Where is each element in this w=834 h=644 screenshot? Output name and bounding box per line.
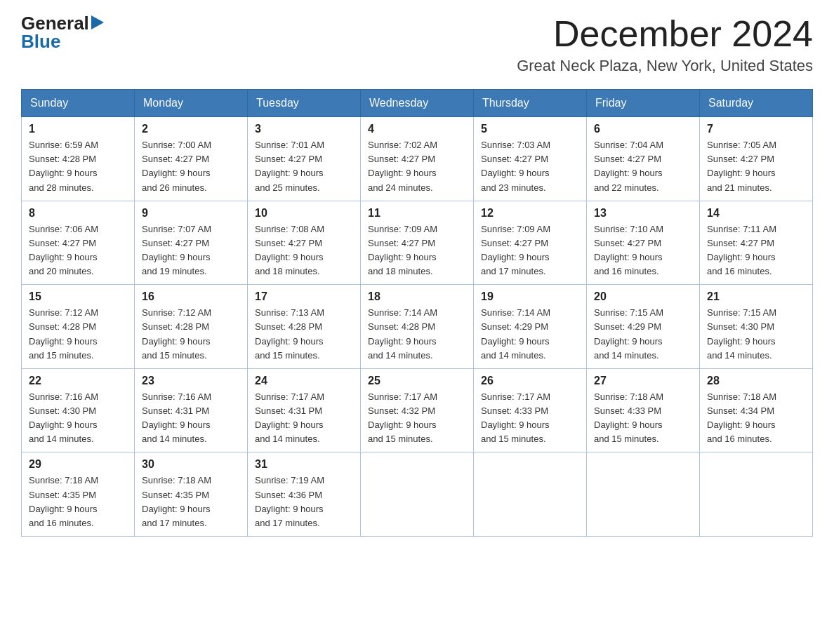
day-cell: 6Sunrise: 7:04 AMSunset: 4:27 PMDaylight… bbox=[587, 117, 700, 201]
day-cell: 19Sunrise: 7:14 AMSunset: 4:29 PMDayligh… bbox=[474, 285, 587, 369]
day-info: Sunrise: 7:17 AMSunset: 4:32 PMDaylight:… bbox=[368, 390, 466, 447]
day-number: 13 bbox=[594, 207, 692, 220]
day-info: Sunrise: 7:13 AMSunset: 4:28 PMDaylight:… bbox=[255, 306, 353, 363]
day-cell: 27Sunrise: 7:18 AMSunset: 4:33 PMDayligh… bbox=[587, 368, 700, 452]
logo: General Blue bbox=[21, 14, 104, 51]
day-cell: 9Sunrise: 7:07 AMSunset: 4:27 PMDaylight… bbox=[135, 201, 248, 285]
logo-blue-text: Blue bbox=[21, 32, 60, 51]
day-cell: 20Sunrise: 7:15 AMSunset: 4:29 PMDayligh… bbox=[587, 285, 700, 369]
day-cell: 1Sunrise: 6:59 AMSunset: 4:28 PMDaylight… bbox=[22, 117, 135, 201]
day-number: 30 bbox=[142, 458, 240, 471]
day-number: 26 bbox=[481, 375, 579, 387]
day-info: Sunrise: 7:18 AMSunset: 4:35 PMDaylight:… bbox=[29, 474, 127, 530]
day-cell: 25Sunrise: 7:17 AMSunset: 4:32 PMDayligh… bbox=[361, 368, 474, 452]
col-header-tuesday: Tuesday bbox=[248, 90, 361, 117]
logo-general-text: General bbox=[21, 14, 89, 32]
day-number: 12 bbox=[481, 207, 579, 220]
day-info: Sunrise: 7:06 AMSunset: 4:27 PMDaylight:… bbox=[29, 222, 127, 279]
day-info: Sunrise: 7:12 AMSunset: 4:28 PMDaylight:… bbox=[29, 306, 127, 363]
day-cell: 12Sunrise: 7:09 AMSunset: 4:27 PMDayligh… bbox=[474, 201, 587, 285]
calendar-table: SundayMondayTuesdayWednesdayThursdayFrid… bbox=[21, 89, 813, 537]
day-number: 7 bbox=[707, 123, 805, 135]
day-cell: 29Sunrise: 7:18 AMSunset: 4:35 PMDayligh… bbox=[22, 452, 135, 537]
day-info: Sunrise: 7:09 AMSunset: 4:27 PMDaylight:… bbox=[368, 222, 466, 279]
col-header-monday: Monday bbox=[135, 90, 248, 117]
day-cell: 18Sunrise: 7:14 AMSunset: 4:28 PMDayligh… bbox=[361, 285, 474, 369]
title-area: December 2024 Great Neck Plaza, New York… bbox=[517, 14, 813, 75]
day-cell: 10Sunrise: 7:08 AMSunset: 4:27 PMDayligh… bbox=[248, 201, 361, 285]
day-number: 15 bbox=[29, 290, 127, 303]
day-cell: 11Sunrise: 7:09 AMSunset: 4:27 PMDayligh… bbox=[361, 201, 474, 285]
day-number: 11 bbox=[368, 207, 466, 220]
day-cell: 8Sunrise: 7:06 AMSunset: 4:27 PMDaylight… bbox=[22, 201, 135, 285]
day-info: Sunrise: 7:08 AMSunset: 4:27 PMDaylight:… bbox=[255, 222, 353, 279]
day-cell: 26Sunrise: 7:17 AMSunset: 4:33 PMDayligh… bbox=[474, 368, 587, 452]
day-cell: 28Sunrise: 7:18 AMSunset: 4:34 PMDayligh… bbox=[700, 368, 813, 452]
day-cell bbox=[700, 452, 813, 537]
day-info: Sunrise: 7:01 AMSunset: 4:27 PMDaylight:… bbox=[255, 138, 353, 195]
day-number: 4 bbox=[368, 123, 466, 135]
day-number: 5 bbox=[481, 123, 579, 135]
day-info: Sunrise: 7:14 AMSunset: 4:29 PMDaylight:… bbox=[481, 306, 579, 363]
day-info: Sunrise: 7:11 AMSunset: 4:27 PMDaylight:… bbox=[707, 222, 805, 279]
week-row-5: 29Sunrise: 7:18 AMSunset: 4:35 PMDayligh… bbox=[22, 452, 813, 537]
day-info: Sunrise: 7:15 AMSunset: 4:29 PMDaylight:… bbox=[594, 306, 692, 363]
week-row-2: 8Sunrise: 7:06 AMSunset: 4:27 PMDaylight… bbox=[22, 201, 813, 285]
day-number: 9 bbox=[142, 207, 240, 220]
col-header-thursday: Thursday bbox=[474, 90, 587, 117]
day-cell: 22Sunrise: 7:16 AMSunset: 4:30 PMDayligh… bbox=[22, 368, 135, 452]
location-subtitle: Great Neck Plaza, New York, United State… bbox=[517, 57, 813, 75]
day-cell: 16Sunrise: 7:12 AMSunset: 4:28 PMDayligh… bbox=[135, 285, 248, 369]
logo-arrow-icon bbox=[91, 15, 104, 29]
day-number: 19 bbox=[481, 290, 579, 303]
day-cell: 17Sunrise: 7:13 AMSunset: 4:28 PMDayligh… bbox=[248, 285, 361, 369]
week-row-3: 15Sunrise: 7:12 AMSunset: 4:28 PMDayligh… bbox=[22, 285, 813, 369]
day-cell: 2Sunrise: 7:00 AMSunset: 4:27 PMDaylight… bbox=[135, 117, 248, 201]
week-row-1: 1Sunrise: 6:59 AMSunset: 4:28 PMDaylight… bbox=[22, 117, 813, 201]
page-header: General Blue December 2024 Great Neck Pl… bbox=[21, 14, 813, 75]
day-number: 3 bbox=[255, 123, 353, 135]
day-info: Sunrise: 7:17 AMSunset: 4:33 PMDaylight:… bbox=[481, 390, 579, 447]
day-info: Sunrise: 7:18 AMSunset: 4:33 PMDaylight:… bbox=[594, 390, 692, 447]
day-cell bbox=[474, 452, 587, 537]
day-info: Sunrise: 7:07 AMSunset: 4:27 PMDaylight:… bbox=[142, 222, 240, 279]
logo-row1: General bbox=[21, 14, 104, 32]
day-cell: 31Sunrise: 7:19 AMSunset: 4:36 PMDayligh… bbox=[248, 452, 361, 537]
day-info: Sunrise: 7:12 AMSunset: 4:28 PMDaylight:… bbox=[142, 306, 240, 363]
day-number: 27 bbox=[594, 375, 692, 387]
day-info: Sunrise: 7:03 AMSunset: 4:27 PMDaylight:… bbox=[481, 138, 579, 195]
day-number: 6 bbox=[594, 123, 692, 135]
day-info: Sunrise: 7:16 AMSunset: 4:30 PMDaylight:… bbox=[29, 390, 127, 447]
day-info: Sunrise: 7:14 AMSunset: 4:28 PMDaylight:… bbox=[368, 306, 466, 363]
day-info: Sunrise: 7:04 AMSunset: 4:27 PMDaylight:… bbox=[594, 138, 692, 195]
day-number: 22 bbox=[29, 375, 127, 387]
day-info: Sunrise: 7:19 AMSunset: 4:36 PMDaylight:… bbox=[255, 474, 353, 530]
day-info: Sunrise: 7:05 AMSunset: 4:27 PMDaylight:… bbox=[707, 138, 805, 195]
day-cell: 21Sunrise: 7:15 AMSunset: 4:30 PMDayligh… bbox=[700, 285, 813, 369]
day-number: 17 bbox=[255, 290, 353, 303]
col-header-friday: Friday bbox=[587, 90, 700, 117]
day-info: Sunrise: 7:10 AMSunset: 4:27 PMDaylight:… bbox=[594, 222, 692, 279]
day-cell bbox=[361, 452, 474, 537]
day-cell: 24Sunrise: 7:17 AMSunset: 4:31 PMDayligh… bbox=[248, 368, 361, 452]
day-info: Sunrise: 7:18 AMSunset: 4:35 PMDaylight:… bbox=[142, 474, 240, 530]
svg-marker-0 bbox=[91, 15, 104, 29]
day-info: Sunrise: 7:17 AMSunset: 4:31 PMDaylight:… bbox=[255, 390, 353, 447]
calendar-header-row: SundayMondayTuesdayWednesdayThursdayFrid… bbox=[22, 90, 813, 117]
day-number: 16 bbox=[142, 290, 240, 303]
day-number: 31 bbox=[255, 458, 353, 471]
day-number: 28 bbox=[707, 375, 805, 387]
day-cell: 3Sunrise: 7:01 AMSunset: 4:27 PMDaylight… bbox=[248, 117, 361, 201]
day-number: 8 bbox=[29, 207, 127, 220]
week-row-4: 22Sunrise: 7:16 AMSunset: 4:30 PMDayligh… bbox=[22, 368, 813, 452]
day-info: Sunrise: 7:00 AMSunset: 4:27 PMDaylight:… bbox=[142, 138, 240, 195]
day-number: 25 bbox=[368, 375, 466, 387]
col-header-wednesday: Wednesday bbox=[361, 90, 474, 117]
day-number: 1 bbox=[29, 123, 127, 135]
day-cell bbox=[587, 452, 700, 537]
day-cell: 13Sunrise: 7:10 AMSunset: 4:27 PMDayligh… bbox=[587, 201, 700, 285]
day-cell: 30Sunrise: 7:18 AMSunset: 4:35 PMDayligh… bbox=[135, 452, 248, 537]
day-number: 14 bbox=[707, 207, 805, 220]
day-info: Sunrise: 7:09 AMSunset: 4:27 PMDaylight:… bbox=[481, 222, 579, 279]
month-title: December 2024 bbox=[517, 14, 813, 54]
